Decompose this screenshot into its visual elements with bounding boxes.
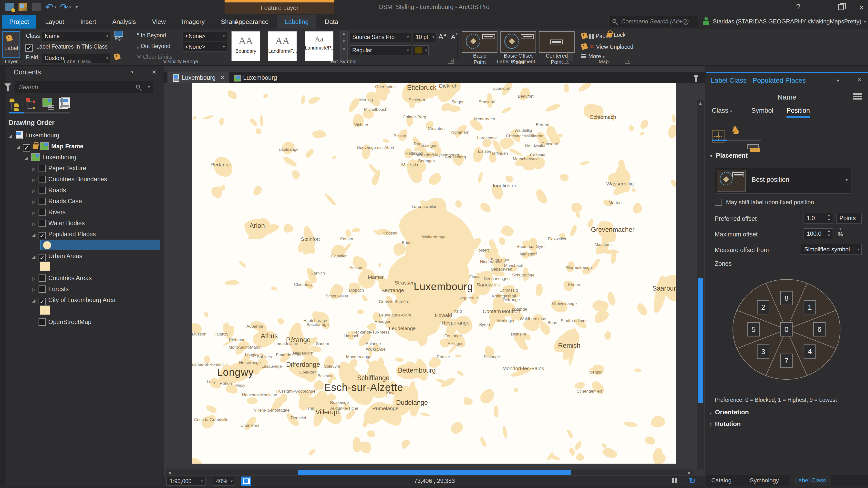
layout-page[interactable]: LuxembourgLongwyEsch-sur-AlzetteEttelbru… [192, 83, 676, 464]
class-combo[interactable]: Name▾ [42, 31, 110, 41]
text-symbol-launcher-icon[interactable]: ↘ [448, 59, 454, 64]
toc-tab-drawing-order[interactable] [9, 98, 23, 111]
horizontal-scrollbar-thumb[interactable] [298, 470, 571, 475]
visibility-checkbox[interactable]: ✓ [23, 144, 30, 152]
polygon-symbol-swatch[interactable] [40, 262, 50, 271]
point-symbol-swatch[interactable] [43, 241, 51, 249]
font-combo[interactable]: Source Sans Pro▾ [349, 32, 411, 42]
visibility-checkbox[interactable] [38, 274, 46, 282]
expander-icon[interactable]: ◢ [9, 131, 15, 141]
visibility-checkbox[interactable] [38, 318, 46, 326]
toc-layer-countries-boundaries[interactable]: ▷Countries Boundaries [32, 174, 107, 185]
text-symbol-gallery-scrollbar[interactable]: ▲▼≡ [340, 31, 348, 61]
horizontal-scrollbar[interactable]: ◄ ► [166, 469, 693, 475]
toc-layer-water-bodies[interactable]: ▷Water Bodies [32, 218, 85, 229]
visibility-checkbox[interactable] [38, 187, 46, 194]
pane-close-icon[interactable]: × [857, 76, 862, 84]
save-project-icon[interactable] [32, 3, 41, 11]
font-style-combo[interactable]: Regular▾ [349, 45, 411, 55]
ribbon-tab-labeling[interactable]: Labeling [277, 15, 316, 29]
filter-icon[interactable] [4, 84, 11, 87]
expander-icon[interactable]: ▷ [32, 284, 38, 295]
vertical-scrollbar-thumb[interactable] [698, 278, 703, 403]
bottom-tab-symbology[interactable]: Symbology [744, 475, 784, 486]
toc-layer-paper-texture[interactable]: ▷Paper Texture [32, 163, 86, 174]
view-unplaced-button[interactable]: ✕View Unplaced [581, 42, 633, 51]
measure-offset-combo[interactable]: Simplified symbol▾ [801, 244, 862, 255]
polygon-symbol-swatch[interactable] [40, 305, 50, 315]
maximum-offset-spinner[interactable]: ▲▼ [825, 228, 833, 238]
ribbon-tab-appearance[interactable]: Appearance [227, 15, 276, 29]
toc-layer-openstreetmap[interactable]: OpenStreetMap [32, 317, 92, 327]
bottom-tab-label-class[interactable]: Label Class [790, 475, 831, 486]
best-position-combo[interactable]: Best position ▾ [715, 168, 851, 194]
pane-menu-icon[interactable]: ▾ [837, 77, 839, 84]
map-canvas[interactable]: LuxembourgLongwyEsch-sur-AlzetteEttelbru… [163, 83, 706, 469]
font-size-combo[interactable]: 10 pt▾ [413, 32, 436, 42]
expander-icon[interactable]: ▷ [32, 218, 38, 229]
pin-icon[interactable] [695, 77, 696, 82]
visibility-checkbox[interactable] [38, 165, 46, 172]
document-tab-luxembourg-0[interactable]: Luxembourg × [167, 72, 229, 83]
placement-section-header[interactable]: ▾Placement [710, 152, 748, 159]
open-project-icon[interactable] [19, 3, 27, 11]
toc-tab-source[interactable] [25, 98, 39, 111]
expander-icon[interactable]: ▷ [32, 273, 38, 284]
may-shift-checkbox[interactable]: May shift label upon fixed position [715, 199, 814, 206]
toc-tab-selection[interactable] [42, 98, 56, 111]
ribbon-tab-view[interactable]: View [145, 15, 173, 29]
text-symbol-style-boundary[interactable]: AABoundary [231, 31, 260, 61]
toc-layer-luxembourg[interactable]: ◢Luxembourg [9, 130, 59, 141]
visibility-checkbox[interactable] [38, 220, 46, 227]
toc-layer-forests[interactable]: ▷Forests [32, 284, 69, 294]
close-button[interactable]: × [853, 2, 868, 13]
visibility-checkbox[interactable]: ✓ [38, 254, 46, 261]
visibility-checkbox[interactable] [38, 176, 46, 183]
command-search-input[interactable]: Command Search (Alt+Q) [608, 15, 698, 27]
help-button[interactable]: ? [789, 2, 807, 11]
toc-layer-countries-areas[interactable]: ▷Countries Areas [32, 272, 92, 284]
bottom-tab-catalog[interactable]: Catalog [706, 475, 737, 486]
minimize-button[interactable]: — [812, 2, 829, 11]
fitting-strategy-icon[interactable] [747, 142, 760, 155]
shrink-text-button[interactable]: A▼ [451, 32, 459, 41]
undo-dropdown-icon[interactable]: ▾ [55, 5, 56, 9]
orientation-section-header[interactable]: ›Orientation [710, 409, 749, 416]
ribbon-tab-imagery[interactable]: Imagery [175, 15, 212, 29]
text-symbol-style-landform-p-[interactable]: AALandform/P... [268, 31, 297, 61]
zones-wheel[interactable]: 816473520 [730, 271, 843, 393]
refresh-icon[interactable]: ↻ [689, 476, 696, 486]
placement-style-basic-offset-point[interactable]: Basic OffsetPoint [500, 31, 536, 65]
contents-menu-icon[interactable]: ▾ [131, 70, 133, 74]
expander-icon[interactable]: ▷ [32, 174, 38, 186]
redo-dropdown-icon[interactable]: ▾ [69, 5, 71, 9]
toc-layer-map-frame[interactable]: ◢✓Map Frame [17, 141, 84, 152]
toc-layer-roads[interactable]: ▷Roads [32, 185, 66, 196]
expander-icon[interactable]: ▷ [32, 163, 38, 174]
ribbon-tab-insert[interactable]: Insert [73, 15, 103, 29]
expander-icon[interactable]: ◢ [17, 141, 23, 153]
expander-icon[interactable]: ▷ [32, 207, 38, 218]
symbol-swatch-row[interactable] [40, 262, 50, 272]
new-project-icon[interactable] [5, 3, 14, 11]
ribbon-tab-analysis[interactable]: Analysis [105, 15, 143, 29]
search-options-icon[interactable]: ▾ [148, 81, 150, 93]
tab-class[interactable]: Class ▾ [712, 107, 732, 115]
out-beyond-item[interactable]: ⤓ Out Beyond [137, 43, 170, 50]
label-features-checkbox[interactable]: ✓ Label Features In This Class [25, 43, 107, 52]
ribbon-tab-project[interactable]: Project [2, 15, 36, 29]
expander-icon[interactable]: ◢ [32, 229, 38, 240]
grow-text-button[interactable]: A▲ [438, 32, 447, 41]
map-launcher-icon[interactable]: ↘ [625, 59, 630, 64]
placement-style-centered-point[interactable]: CenteredPoint [538, 31, 575, 65]
visibility-checkbox[interactable]: ✓ [38, 232, 46, 239]
toc-layer-urban-areas[interactable]: ◢✓Urban Areas [32, 251, 82, 262]
toc-layer-populated-places[interactable]: ◢✓Populated Places [32, 229, 96, 239]
contents-search-input[interactable]: Search ▾ [14, 81, 153, 93]
vertical-scrollbar[interactable]: ▲ ▼ [696, 100, 704, 469]
options-menu-icon[interactable] [854, 93, 862, 100]
text-symbol-style-landmark-p-[interactable]: AaLandmark/P... [305, 31, 334, 61]
user-account[interactable]: Staridas (STARIDAS GEOGRAPHY #MakingMaps… [703, 17, 868, 25]
expander-icon[interactable]: ◢ [24, 153, 31, 163]
toc-layer-rivers[interactable]: ▷Rivers [32, 207, 66, 218]
